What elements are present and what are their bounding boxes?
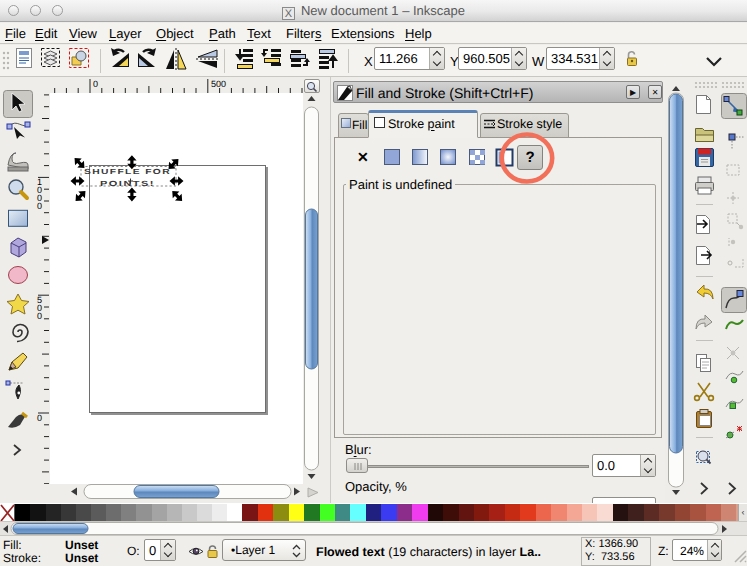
svg-text:500: 500 <box>211 79 226 89</box>
svg-text:0: 0 <box>37 413 42 423</box>
svg-text:0: 0 <box>93 79 98 89</box>
svg-text:SHUFFLE FOR: SHUFFLE FOR <box>84 167 171 176</box>
svg-text:POINTS!: POINTS! <box>100 179 155 188</box>
svg-text:0: 0 <box>37 311 42 321</box>
svg-text:0: 0 <box>37 201 42 211</box>
